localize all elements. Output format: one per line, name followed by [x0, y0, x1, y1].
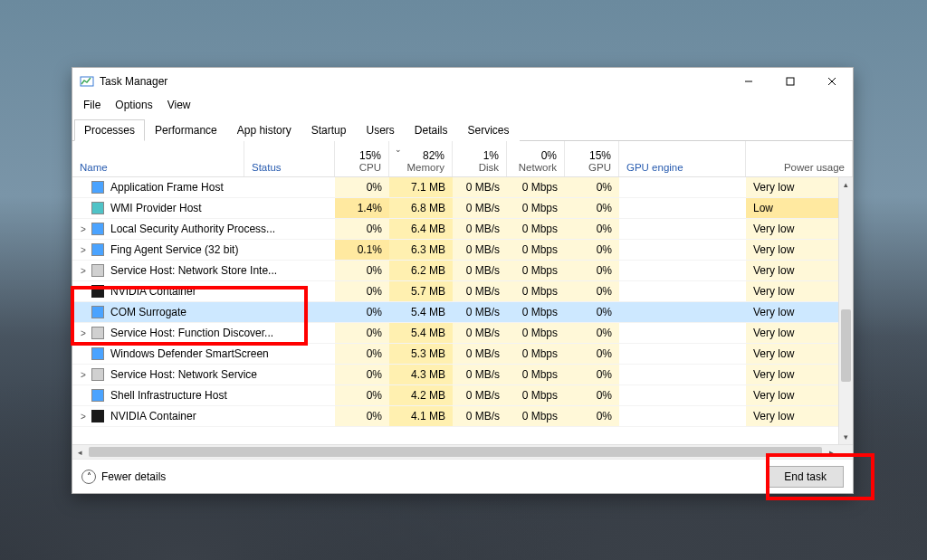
- process-row[interactable]: NVIDIA Container0%5.7 MB0 MB/s0 Mbps0%Ve…: [72, 281, 853, 302]
- cell-power: Very low: [746, 344, 853, 364]
- menu-options[interactable]: Options: [110, 97, 158, 113]
- fewer-details-toggle[interactable]: ˄ Fewer details: [81, 470, 166, 484]
- cell-gpu: 0%: [565, 198, 619, 218]
- expand-icon[interactable]: >: [78, 370, 89, 380]
- cell-network: 0 Mbps: [507, 219, 565, 239]
- hscroll-thumb[interactable]: [89, 447, 822, 457]
- cell-gpu: 0%: [565, 261, 619, 280]
- fewer-details-label: Fewer details: [101, 470, 166, 483]
- expand-icon[interactable]: >: [78, 412, 89, 422]
- cell-gpu-engine: [619, 365, 746, 384]
- process-row[interactable]: >Fing Agent Service (32 bit)0.1%6.3 MB0 …: [72, 240, 853, 261]
- process-name: Service Host: Network Service: [110, 368, 257, 381]
- cell-disk: 0 MB/s: [453, 365, 507, 384]
- process-row[interactable]: WMI Provider Host1.4%6.8 MB0 MB/s0 Mbps0…: [72, 198, 853, 219]
- cell-cpu: 0%: [335, 302, 389, 322]
- col-power-usage[interactable]: Power usage: [746, 141, 853, 176]
- col-disk[interactable]: 1%Disk: [453, 141, 507, 176]
- tab-processes[interactable]: Processes: [74, 119, 145, 141]
- cell-gpu: 0%: [565, 385, 619, 405]
- expand-icon[interactable]: >: [78, 266, 89, 276]
- cell-gpu-engine: [619, 323, 746, 343]
- process-name: NVIDIA Container: [110, 285, 196, 298]
- expand-icon[interactable]: >: [78, 328, 89, 338]
- scroll-right-icon[interactable]: ▸: [824, 445, 838, 460]
- scroll-thumb[interactable]: [841, 309, 851, 382]
- col-cpu[interactable]: 15%CPU: [335, 141, 389, 176]
- vertical-scrollbar[interactable]: ▴ ▾: [838, 177, 853, 444]
- process-icon: [91, 388, 105, 403]
- col-status[interactable]: Status: [244, 141, 335, 176]
- cell-gpu-engine: [619, 385, 746, 405]
- minimize-button[interactable]: [728, 68, 769, 95]
- cell-network: 0 Mbps: [507, 385, 565, 405]
- process-row[interactable]: >NVIDIA Container0%4.1 MB0 MB/s0 Mbps0%V…: [72, 406, 853, 427]
- process-name: Service Host: Function Discover...: [110, 327, 273, 339]
- cell-gpu-engine: [619, 240, 746, 260]
- cell-gpu: 0%: [565, 344, 619, 364]
- tab-services[interactable]: Services: [458, 119, 520, 141]
- process-name: NVIDIA Container: [110, 410, 196, 422]
- cell-power: Very low: [746, 240, 853, 260]
- cell-cpu: 0%: [335, 219, 389, 239]
- cell-cpu: 0.1%: [335, 240, 389, 260]
- expand-icon[interactable]: >: [78, 224, 89, 234]
- tab-details[interactable]: Details: [405, 119, 458, 141]
- cell-gpu-engine: [619, 406, 746, 426]
- cell-memory: 5.4 MB: [389, 323, 453, 343]
- cell-power: Very low: [746, 261, 853, 280]
- close-button[interactable]: [811, 68, 853, 95]
- scroll-up-icon[interactable]: ▴: [839, 177, 853, 192]
- cell-network: 0 Mbps: [507, 406, 565, 426]
- svg-rect-2: [787, 78, 794, 85]
- task-manager-window: Task Manager File Options View Processes…: [72, 67, 854, 494]
- process-row[interactable]: >Service Host: Network Service0%4.3 MB0 …: [72, 365, 853, 385]
- cell-disk: 0 MB/s: [453, 385, 507, 405]
- scroll-left-icon[interactable]: ◂: [72, 445, 87, 460]
- process-icon: [91, 305, 105, 319]
- cell-network: 0 Mbps: [507, 344, 565, 364]
- col-network[interactable]: 0%Network: [507, 141, 565, 176]
- horizontal-scrollbar[interactable]: ◂ ▸: [72, 444, 853, 459]
- cell-cpu: 0%: [335, 261, 389, 280]
- expand-icon[interactable]: >: [78, 245, 89, 255]
- col-gpu-engine[interactable]: GPU engine: [619, 141, 746, 176]
- process-icon: [91, 242, 105, 257]
- process-row[interactable]: >Service Host: Function Discover...0%5.4…: [72, 323, 853, 344]
- cell-power: Low: [746, 198, 853, 218]
- tab-users[interactable]: Users: [356, 119, 404, 141]
- tab-app-history[interactable]: App history: [227, 119, 301, 141]
- process-icon: [91, 201, 105, 215]
- col-gpu[interactable]: 15%GPU: [565, 141, 619, 176]
- process-icon: [91, 409, 105, 423]
- menu-file[interactable]: File: [78, 97, 106, 113]
- process-row[interactable]: >Local Security Authority Process...0%6.…: [72, 219, 853, 240]
- scroll-down-icon[interactable]: ▾: [839, 430, 853, 444]
- cell-network: 0 Mbps: [507, 281, 565, 301]
- cell-cpu: 0%: [335, 323, 389, 343]
- process-row[interactable]: Application Frame Host0%7.1 MB0 MB/s0 Mb…: [72, 177, 853, 198]
- cell-cpu: 0%: [335, 177, 389, 197]
- process-row[interactable]: Shell Infrastructure Host0%4.2 MB0 MB/s0…: [72, 385, 853, 406]
- cell-disk: 0 MB/s: [453, 344, 507, 364]
- titlebar[interactable]: Task Manager: [72, 68, 853, 95]
- process-grid: Application Frame Host0%7.1 MB0 MB/s0 Mb…: [72, 177, 853, 444]
- menu-view[interactable]: View: [162, 97, 196, 113]
- cell-power: Very low: [746, 385, 853, 405]
- cell-disk: 0 MB/s: [453, 240, 507, 260]
- maximize-button[interactable]: [769, 68, 811, 95]
- tab-strip: ProcessesPerformanceApp historyStartupUs…: [72, 119, 853, 141]
- col-memory[interactable]: ⌄82%Memory: [389, 141, 453, 176]
- tab-startup[interactable]: Startup: [301, 119, 357, 141]
- tab-performance[interactable]: Performance: [145, 119, 227, 141]
- cell-power: Very low: [746, 281, 853, 301]
- col-name[interactable]: Name: [72, 141, 244, 176]
- cell-gpu-engine: [619, 261, 746, 280]
- cell-power: Very low: [746, 365, 853, 384]
- end-task-button[interactable]: End task: [767, 466, 844, 488]
- process-row[interactable]: >Service Host: Network Store Inte...0%6.…: [72, 261, 853, 281]
- cell-disk: 0 MB/s: [453, 281, 507, 301]
- process-row[interactable]: Windows Defender SmartScreen0%5.3 MB0 MB…: [72, 344, 853, 365]
- cell-gpu-engine: [619, 281, 746, 301]
- process-row[interactable]: COM Surrogate0%5.4 MB0 MB/s0 Mbps0%Very …: [72, 302, 853, 323]
